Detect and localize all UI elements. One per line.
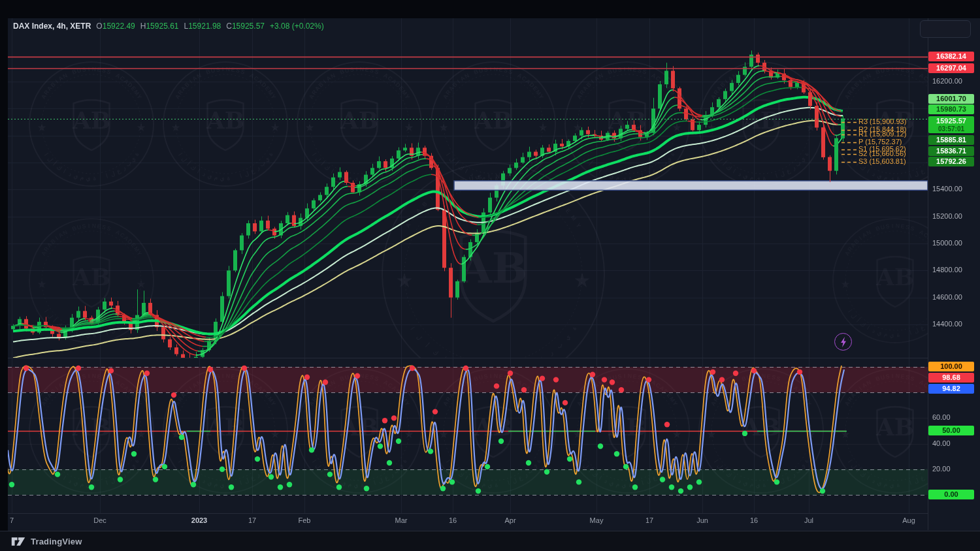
ohlc-field-value: 15922.49 — [103, 22, 135, 31]
collapsed-toolbar-box[interactable] — [920, 20, 971, 38]
change-value: +3.08 (+0.02%) — [270, 22, 324, 31]
tradingview-brand: TradingView — [31, 537, 82, 546]
oscillator-axis[interactable]: 60.0040.0020.00100.0098.6894.8250.000.00 — [928, 0, 980, 530]
time-tick-label: Apr — [504, 516, 515, 524]
footer-bar: TradingView — [0, 531, 980, 551]
osc-tag-label: 98.68 — [928, 373, 974, 383]
osc-axis-label: 40.00 — [932, 439, 951, 447]
time-tick-label: 2023 — [191, 516, 207, 524]
time-tick-label: Feb — [299, 516, 311, 524]
osc-tag-label: 100.00 — [928, 362, 974, 371]
lightning-icon — [840, 337, 847, 347]
symbol-title: DAX Index, 4h, XETR — [13, 22, 91, 31]
symbol-header: DAX Index, 4h, XETRO15922.49H15925.61L15… — [13, 22, 324, 31]
osc-tag-label: 50.00 — [928, 426, 974, 435]
time-tick-label: Mar — [395, 516, 408, 524]
tradingview-chart-window: DAX Index, 4h, XETRO15922.49H15925.61L15… — [0, 0, 980, 551]
time-tick-label: 16 — [449, 516, 457, 524]
tradingview-link[interactable]: TradingView — [10, 537, 82, 546]
ohlc-field-key: O — [96, 22, 102, 31]
ohlc-field-value: 15925.61 — [146, 22, 178, 31]
ohlc-field-value: 15925.57 — [232, 22, 265, 31]
ohlc-field-value: 15921.98 — [188, 22, 221, 31]
time-tick-label: 7 — [10, 516, 14, 524]
ohlc-field-key: C — [226, 22, 232, 31]
tradingview-logo-icon — [10, 537, 26, 546]
osc-axis-label: 20.00 — [932, 465, 951, 473]
chart-canvas[interactable] — [0, 0, 980, 551]
osc-axis-label: 60.00 — [932, 413, 951, 421]
time-tick-label: May — [590, 516, 604, 524]
osc-tag-label: 0.00 — [928, 490, 974, 499]
time-axis[interactable]: 7Dec202317FebMar16AprMay17Jun16JulAug — [0, 513, 928, 530]
time-tick-label: 17 — [645, 516, 653, 524]
time-tick-label: Jul — [804, 516, 813, 524]
time-tick-label: 17 — [248, 516, 256, 524]
time-tick-label: Jun — [696, 516, 708, 524]
quick-trade-button[interactable] — [834, 333, 852, 351]
osc-tag-label: 94.82 — [928, 384, 974, 394]
time-tick-label: Dec — [93, 516, 106, 524]
time-tick-label: 16 — [750, 516, 758, 524]
time-tick-label: Aug — [902, 516, 915, 524]
